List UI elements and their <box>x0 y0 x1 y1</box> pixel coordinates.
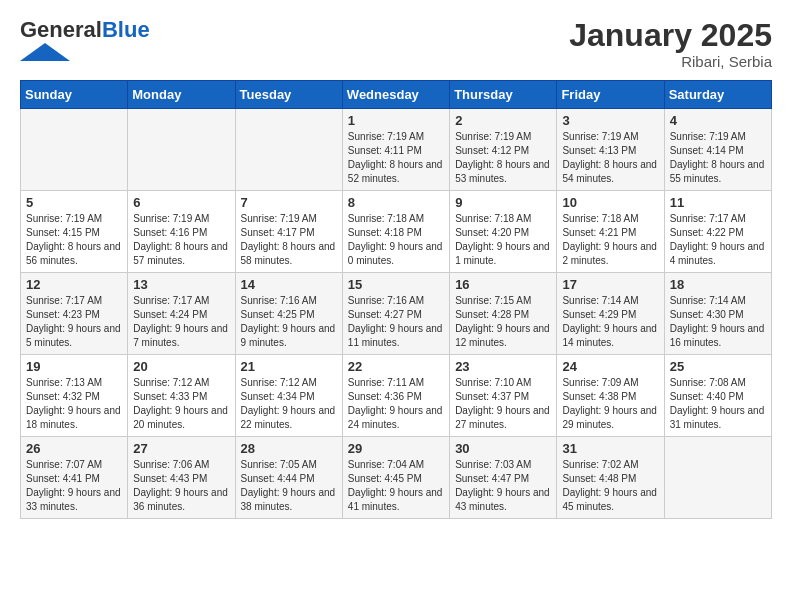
logo-text: GeneralBlue <box>20 18 150 42</box>
day-number: 7 <box>241 195 337 210</box>
weekday-header-thursday: Thursday <box>450 81 557 109</box>
day-cell: 25Sunrise: 7:08 AM Sunset: 4:40 PM Dayli… <box>664 355 771 437</box>
day-info: Sunrise: 7:04 AM Sunset: 4:45 PM Dayligh… <box>348 458 444 514</box>
day-info: Sunrise: 7:19 AM Sunset: 4:17 PM Dayligh… <box>241 212 337 268</box>
day-info: Sunrise: 7:17 AM Sunset: 4:24 PM Dayligh… <box>133 294 229 350</box>
day-cell: 15Sunrise: 7:16 AM Sunset: 4:27 PM Dayli… <box>342 273 449 355</box>
day-info: Sunrise: 7:07 AM Sunset: 4:41 PM Dayligh… <box>26 458 122 514</box>
day-cell: 10Sunrise: 7:18 AM Sunset: 4:21 PM Dayli… <box>557 191 664 273</box>
day-info: Sunrise: 7:19 AM Sunset: 4:13 PM Dayligh… <box>562 130 658 186</box>
day-number: 13 <box>133 277 229 292</box>
day-info: Sunrise: 7:05 AM Sunset: 4:44 PM Dayligh… <box>241 458 337 514</box>
day-info: Sunrise: 7:18 AM Sunset: 4:21 PM Dayligh… <box>562 212 658 268</box>
day-info: Sunrise: 7:09 AM Sunset: 4:38 PM Dayligh… <box>562 376 658 432</box>
day-cell: 3Sunrise: 7:19 AM Sunset: 4:13 PM Daylig… <box>557 109 664 191</box>
day-number: 10 <box>562 195 658 210</box>
day-number: 17 <box>562 277 658 292</box>
day-number: 31 <box>562 441 658 456</box>
day-number: 6 <box>133 195 229 210</box>
day-number: 20 <box>133 359 229 374</box>
day-cell: 24Sunrise: 7:09 AM Sunset: 4:38 PM Dayli… <box>557 355 664 437</box>
day-cell: 21Sunrise: 7:12 AM Sunset: 4:34 PM Dayli… <box>235 355 342 437</box>
day-info: Sunrise: 7:14 AM Sunset: 4:30 PM Dayligh… <box>670 294 766 350</box>
day-number: 3 <box>562 113 658 128</box>
day-cell: 22Sunrise: 7:11 AM Sunset: 4:36 PM Dayli… <box>342 355 449 437</box>
day-info: Sunrise: 7:19 AM Sunset: 4:14 PM Dayligh… <box>670 130 766 186</box>
svg-marker-0 <box>20 43 70 61</box>
weekday-header-tuesday: Tuesday <box>235 81 342 109</box>
day-cell: 29Sunrise: 7:04 AM Sunset: 4:45 PM Dayli… <box>342 437 449 519</box>
day-info: Sunrise: 7:03 AM Sunset: 4:47 PM Dayligh… <box>455 458 551 514</box>
day-cell: 2Sunrise: 7:19 AM Sunset: 4:12 PM Daylig… <box>450 109 557 191</box>
month-title: January 2025 <box>569 18 772 53</box>
day-number: 22 <box>348 359 444 374</box>
weekday-header-monday: Monday <box>128 81 235 109</box>
day-number: 14 <box>241 277 337 292</box>
day-cell: 30Sunrise: 7:03 AM Sunset: 4:47 PM Dayli… <box>450 437 557 519</box>
day-cell: 18Sunrise: 7:14 AM Sunset: 4:30 PM Dayli… <box>664 273 771 355</box>
day-cell: 16Sunrise: 7:15 AM Sunset: 4:28 PM Dayli… <box>450 273 557 355</box>
day-cell: 27Sunrise: 7:06 AM Sunset: 4:43 PM Dayli… <box>128 437 235 519</box>
day-info: Sunrise: 7:19 AM Sunset: 4:11 PM Dayligh… <box>348 130 444 186</box>
day-number: 29 <box>348 441 444 456</box>
day-number: 12 <box>26 277 122 292</box>
logo-blue: Blue <box>102 17 150 42</box>
day-cell: 19Sunrise: 7:13 AM Sunset: 4:32 PM Dayli… <box>21 355 128 437</box>
day-cell: 12Sunrise: 7:17 AM Sunset: 4:23 PM Dayli… <box>21 273 128 355</box>
day-info: Sunrise: 7:17 AM Sunset: 4:23 PM Dayligh… <box>26 294 122 350</box>
week-row-4: 19Sunrise: 7:13 AM Sunset: 4:32 PM Dayli… <box>21 355 772 437</box>
day-cell: 5Sunrise: 7:19 AM Sunset: 4:15 PM Daylig… <box>21 191 128 273</box>
day-cell <box>664 437 771 519</box>
day-info: Sunrise: 7:18 AM Sunset: 4:18 PM Dayligh… <box>348 212 444 268</box>
day-info: Sunrise: 7:13 AM Sunset: 4:32 PM Dayligh… <box>26 376 122 432</box>
day-info: Sunrise: 7:15 AM Sunset: 4:28 PM Dayligh… <box>455 294 551 350</box>
logo: GeneralBlue <box>20 18 150 61</box>
week-row-2: 5Sunrise: 7:19 AM Sunset: 4:15 PM Daylig… <box>21 191 772 273</box>
week-row-5: 26Sunrise: 7:07 AM Sunset: 4:41 PM Dayli… <box>21 437 772 519</box>
day-info: Sunrise: 7:12 AM Sunset: 4:33 PM Dayligh… <box>133 376 229 432</box>
day-info: Sunrise: 7:11 AM Sunset: 4:36 PM Dayligh… <box>348 376 444 432</box>
day-number: 24 <box>562 359 658 374</box>
day-number: 28 <box>241 441 337 456</box>
day-info: Sunrise: 7:17 AM Sunset: 4:22 PM Dayligh… <box>670 212 766 268</box>
day-number: 15 <box>348 277 444 292</box>
weekday-header-sunday: Sunday <box>21 81 128 109</box>
weekday-header-wednesday: Wednesday <box>342 81 449 109</box>
day-number: 11 <box>670 195 766 210</box>
weekday-header-row: SundayMondayTuesdayWednesdayThursdayFrid… <box>21 81 772 109</box>
day-info: Sunrise: 7:19 AM Sunset: 4:12 PM Dayligh… <box>455 130 551 186</box>
day-cell: 6Sunrise: 7:19 AM Sunset: 4:16 PM Daylig… <box>128 191 235 273</box>
day-info: Sunrise: 7:16 AM Sunset: 4:25 PM Dayligh… <box>241 294 337 350</box>
day-cell: 7Sunrise: 7:19 AM Sunset: 4:17 PM Daylig… <box>235 191 342 273</box>
day-number: 1 <box>348 113 444 128</box>
weekday-header-friday: Friday <box>557 81 664 109</box>
page: GeneralBlue January 2025 Ribari, Serbia … <box>0 0 792 529</box>
day-number: 16 <box>455 277 551 292</box>
day-number: 2 <box>455 113 551 128</box>
day-cell: 8Sunrise: 7:18 AM Sunset: 4:18 PM Daylig… <box>342 191 449 273</box>
day-info: Sunrise: 7:19 AM Sunset: 4:15 PM Dayligh… <box>26 212 122 268</box>
day-cell: 1Sunrise: 7:19 AM Sunset: 4:11 PM Daylig… <box>342 109 449 191</box>
day-info: Sunrise: 7:12 AM Sunset: 4:34 PM Dayligh… <box>241 376 337 432</box>
title-block: January 2025 Ribari, Serbia <box>569 18 772 70</box>
day-info: Sunrise: 7:06 AM Sunset: 4:43 PM Dayligh… <box>133 458 229 514</box>
day-number: 18 <box>670 277 766 292</box>
day-number: 5 <box>26 195 122 210</box>
week-row-3: 12Sunrise: 7:17 AM Sunset: 4:23 PM Dayli… <box>21 273 772 355</box>
day-info: Sunrise: 7:18 AM Sunset: 4:20 PM Dayligh… <box>455 212 551 268</box>
week-row-1: 1Sunrise: 7:19 AM Sunset: 4:11 PM Daylig… <box>21 109 772 191</box>
day-info: Sunrise: 7:10 AM Sunset: 4:37 PM Dayligh… <box>455 376 551 432</box>
day-cell: 13Sunrise: 7:17 AM Sunset: 4:24 PM Dayli… <box>128 273 235 355</box>
day-number: 23 <box>455 359 551 374</box>
day-number: 26 <box>26 441 122 456</box>
calendar-table: SundayMondayTuesdayWednesdayThursdayFrid… <box>20 80 772 519</box>
day-number: 9 <box>455 195 551 210</box>
day-number: 25 <box>670 359 766 374</box>
day-number: 8 <box>348 195 444 210</box>
logo-icon <box>20 43 70 61</box>
location: Ribari, Serbia <box>569 53 772 70</box>
day-cell: 26Sunrise: 7:07 AM Sunset: 4:41 PM Dayli… <box>21 437 128 519</box>
day-info: Sunrise: 7:19 AM Sunset: 4:16 PM Dayligh… <box>133 212 229 268</box>
day-info: Sunrise: 7:02 AM Sunset: 4:48 PM Dayligh… <box>562 458 658 514</box>
day-cell <box>235 109 342 191</box>
